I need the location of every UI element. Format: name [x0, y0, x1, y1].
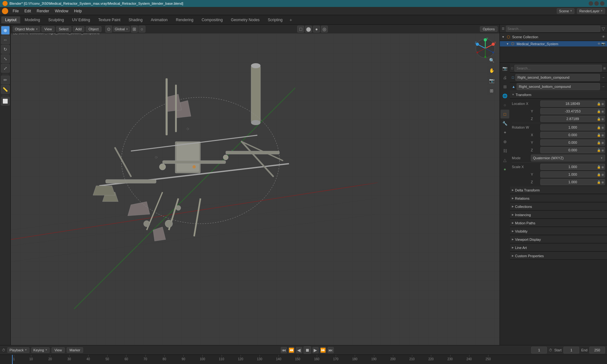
animate-rx-icon[interactable]: ◉ — [601, 133, 604, 137]
tab-layout[interactable]: Layout — [1, 16, 20, 23]
line-art-section[interactable]: ▶ Line Art — [510, 244, 607, 252]
tab-sculpting[interactable]: Sculpting — [45, 16, 68, 23]
tab-modeling[interactable]: Modeling — [21, 16, 44, 23]
timeline-body[interactable]: 1102030405060708090100110120130140150160… — [0, 355, 607, 364]
close-button[interactable] — [600, 1, 604, 6]
scene-collection-item[interactable]: ▼ ⬡ Scene Collection 👁 — [500, 33, 607, 41]
object-menu[interactable]: Object — [86, 26, 101, 32]
lock-z-icon[interactable]: 🔒 — [597, 117, 601, 121]
viewport-shading-material[interactable]: ● — [313, 26, 320, 33]
rotation-mode-dropdown[interactable]: Quaternion (WXYZ) ▼ — [531, 155, 605, 161]
location-y-field[interactable]: -33.47253 🔒 ◉ — [540, 108, 605, 114]
menu-help[interactable]: Help — [71, 8, 84, 14]
relations-section[interactable]: ▶ Relations — [510, 195, 607, 202]
tool-transform[interactable]: ⤢ — [1, 64, 10, 73]
tab-modifier-props[interactable]: 🔧 — [500, 119, 509, 128]
timeline-cursor[interactable] — [12, 355, 13, 364]
animate-rz-icon[interactable]: ◉ — [601, 149, 604, 152]
tab-texture-paint[interactable]: Texture Paint — [95, 16, 124, 23]
transform-section-header[interactable]: ▼ Transform — [510, 91, 607, 99]
scale-x-field[interactable]: 1.000 🔒 ◉ — [540, 164, 605, 170]
eye-icon[interactable]: 👁 — [602, 35, 605, 39]
rotation-x-field[interactable]: 0.000 🔒 ◉ — [540, 132, 605, 138]
tab-uv-editing[interactable]: UV Editing — [68, 16, 94, 23]
animate-y-icon[interactable]: ◉ — [601, 110, 604, 113]
viewport-shading-solid[interactable]: ⬤ — [305, 26, 312, 33]
location-z-field[interactable]: 2.87189 🔒 ◉ — [540, 116, 605, 122]
animate-sy-icon[interactable]: ◉ — [601, 173, 604, 176]
menu-file[interactable]: File — [10, 8, 21, 14]
jump-to-start-button[interactable]: ⏮ — [281, 347, 287, 353]
viewport-display-section[interactable]: ▶ Viewport Display — [510, 236, 607, 243]
props-filter-button[interactable]: ≡ — [603, 66, 606, 71]
options-button[interactable]: Options — [480, 26, 498, 32]
play-backward-button[interactable]: ◀ — [296, 347, 302, 353]
menu-render[interactable]: Render — [34, 8, 52, 14]
tool-annotate[interactable]: ✏ — [1, 76, 10, 84]
jump-to-end-button[interactable]: ⏭ — [328, 347, 334, 353]
tab-output-props[interactable]: 🖨 — [500, 73, 509, 82]
lock-rz-icon[interactable]: 🔒 — [597, 149, 601, 152]
select-menu[interactable]: Select — [56, 26, 71, 32]
playback-dropdown[interactable]: Playback ▼ — [7, 347, 29, 353]
data-name-field[interactable]: Right_second_bottom_compound — [517, 83, 600, 90]
lock-ry-icon[interactable]: 🔒 — [597, 141, 601, 144]
delta-transform-section[interactable]: ▶ Delta Transform — [510, 186, 607, 194]
render-layer-selector[interactable]: RenderLayer ▼ — [577, 8, 605, 14]
tab-animation[interactable]: Animation — [147, 16, 171, 23]
tool-add-cube[interactable]: ⬜ — [1, 97, 10, 106]
lock-sx-icon[interactable]: 🔒 — [597, 165, 601, 169]
collection-eye-icon[interactable]: 👁 — [598, 42, 601, 46]
timeline-marker-menu[interactable]: Marker — [67, 347, 83, 353]
tab-shading[interactable]: Shading — [125, 16, 146, 23]
collections-section[interactable]: ▶ Collections — [510, 203, 607, 210]
animate-z-icon[interactable]: ◉ — [601, 117, 604, 121]
tab-physics-props[interactable]: ⊕ — [500, 137, 509, 146]
menu-window[interactable]: Window — [52, 8, 71, 14]
view-menu[interactable]: View — [41, 26, 55, 32]
object-select-icon[interactable]: → — [601, 75, 605, 80]
lock-rx-icon[interactable]: 🔒 — [597, 133, 601, 137]
rotation-w-field[interactable]: 1.000 🔒 ◉ — [540, 124, 605, 130]
custom-properties-section[interactable]: ▶ Custom Properties — [510, 252, 607, 260]
keying-dropdown[interactable]: Keying ▼ — [31, 347, 50, 353]
tool-move[interactable]: ↔ — [1, 35, 10, 44]
snap-toggle[interactable]: ⊞ — [131, 26, 138, 33]
stop-button[interactable]: ⏹ — [304, 346, 311, 354]
zoom-in-button[interactable]: 🔍 — [487, 56, 496, 64]
animate-x-icon[interactable]: ◉ — [601, 102, 604, 106]
scale-z-field[interactable]: 1.000 🔒 ◉ — [540, 179, 605, 185]
tab-compositing[interactable]: Compositing — [198, 16, 227, 23]
tab-particles-props[interactable]: ✦ — [500, 128, 509, 137]
tool-cursor[interactable]: ⊕ — [1, 26, 10, 35]
tool-measure[interactable]: 📏 — [1, 85, 10, 94]
add-menu[interactable]: Add — [73, 26, 85, 32]
tab-rendering[interactable]: Rendering — [172, 16, 197, 23]
lock-x-icon[interactable]: 🔒 — [597, 102, 601, 106]
tab-material-props[interactable]: ● — [500, 165, 509, 173]
animate-rw-icon[interactable]: ◉ — [601, 126, 604, 129]
visibility-section[interactable]: ▶ Visibility — [510, 228, 607, 235]
data-select-icon[interactable]: → — [601, 84, 605, 89]
prev-keyframe-button[interactable]: ⏪ — [288, 347, 295, 353]
location-x-field[interactable]: 18.18049 🔒 ◉ — [540, 100, 605, 107]
scale-y-field[interactable]: 1.000 🔒 ◉ — [540, 171, 605, 178]
menu-edit[interactable]: Edit — [22, 8, 34, 14]
tab-data-props[interactable]: △ — [500, 155, 509, 164]
outliner-search[interactable] — [506, 26, 600, 32]
tab-world-props[interactable]: ○ — [500, 100, 509, 109]
tool-scale[interactable]: ⤡ — [1, 54, 10, 63]
timeline-view-menu[interactable]: View — [52, 347, 65, 353]
frame-end-field[interactable]: 250 — [589, 347, 605, 354]
tab-geometry-nodes[interactable]: Geometry Nodes — [227, 16, 263, 23]
grid-button[interactable]: ⊞ — [487, 87, 496, 95]
medical-retractor-collection[interactable]: ▼ ⬡ Medical_Retractor_System 👁 📷 — [500, 41, 607, 46]
lock-sy-icon[interactable]: 🔒 — [597, 173, 601, 176]
object-name-field[interactable]: Right_second_bottom_compound — [515, 74, 600, 81]
outliner-filter-icon[interactable]: ▽ — [602, 26, 605, 31]
frame-start-field[interactable]: 1 — [563, 347, 579, 354]
tab-scripting[interactable]: Scripting — [264, 16, 286, 23]
animate-ry-icon[interactable]: ◉ — [601, 141, 604, 144]
instancing-section[interactable]: ▶ Instancing — [510, 211, 607, 219]
lock-sz-icon[interactable]: 🔒 — [597, 180, 601, 184]
